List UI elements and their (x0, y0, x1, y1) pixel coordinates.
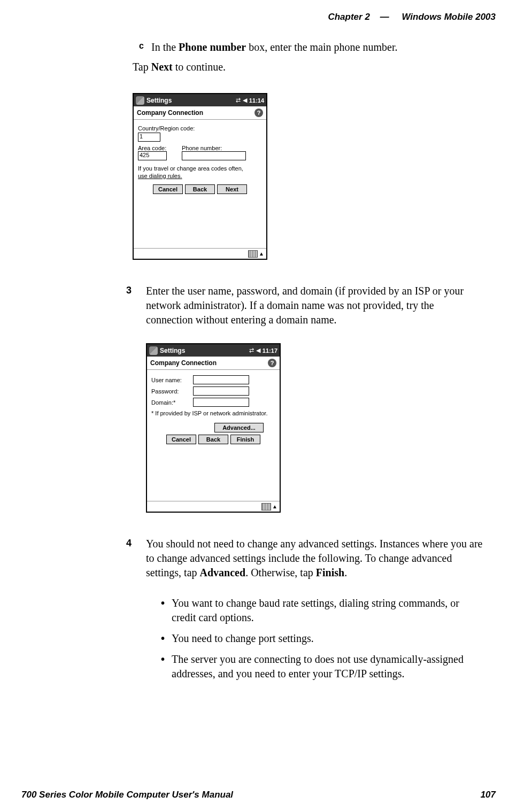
page-footer: 700 Series Color Mobile Computer User's … (21, 790, 496, 800)
back-button[interactable]: Back (185, 184, 215, 194)
step-4: 4 You should not need to change any adva… (133, 537, 483, 681)
step-4-text: You should not need to change any advanc… (146, 537, 483, 580)
ss1-bottombar: ▲ (134, 248, 266, 259)
ss1-label-country: Country/Region code: (138, 125, 262, 132)
start-icon[interactable] (136, 96, 144, 105)
connectivity-icon[interactable]: ⇄ (249, 347, 254, 354)
header-chapter-num: 2 (365, 12, 369, 22)
page-header: Chapter 2 — Windows Mobile 2003 (328, 12, 496, 22)
header-chapter: Chapter (328, 12, 362, 22)
input-panel-arrow-icon[interactable]: ▲ (259, 251, 264, 257)
start-icon[interactable] (149, 346, 158, 355)
finish-button[interactable]: Finish (230, 435, 260, 444)
header-product: Windows Mobile 2003 (402, 12, 496, 22)
tap-post: to continue. (173, 61, 226, 73)
item-c-text-before: In the (151, 41, 179, 53)
volume-icon[interactable]: ◀ (243, 97, 247, 104)
screenshot-2: Settings ⇄ ◀ 11:17 Company Connection ? … (146, 343, 281, 513)
area-code-input[interactable]: 425 (138, 151, 167, 160)
input-panel-arrow-icon[interactable]: ▲ (272, 504, 277, 509)
keyboard-icon[interactable] (248, 250, 258, 258)
list-item-c-label: c (139, 40, 144, 52)
cancel-button[interactable]: Cancel (166, 435, 196, 444)
ss1-header2: Company Connection ? (134, 106, 266, 120)
ss2-title: Settings (160, 347, 185, 354)
step-3: 3 Enter the user name, password, and dom… (133, 284, 483, 513)
tap-next-line: Tap Next to continue. (133, 60, 483, 74)
ss1-note-line1: If you travel or change area codes often… (138, 165, 243, 172)
list-item: The server you are connecting to does no… (159, 652, 483, 681)
step4-text-b: . Otherwise, tap (245, 567, 316, 578)
back-button[interactable]: Back (198, 435, 228, 444)
list-item-c: c In the Phone number box, enter the mai… (133, 40, 483, 55)
ss2-bottombar: ▲ (147, 501, 280, 512)
advanced-button[interactable]: Advanced... (214, 423, 264, 432)
cancel-button[interactable]: Cancel (153, 184, 183, 194)
step-4-num: 4 (126, 538, 132, 549)
tap-bold: Next (151, 61, 173, 73)
ss1-time: 11:14 (249, 97, 264, 104)
username-input[interactable] (193, 375, 249, 384)
tap-pre: Tap (133, 61, 151, 73)
connectivity-icon[interactable]: ⇄ (236, 97, 241, 104)
step-3-num: 3 (126, 285, 132, 296)
country-code-input[interactable]: 1 (138, 133, 160, 142)
ss1-label-area: Area code: (138, 145, 176, 151)
ss2-time: 11:17 (263, 347, 277, 354)
step-3-text: Enter the user name, password, and domai… (146, 284, 483, 327)
dialing-rules-link[interactable]: use dialing rules. (138, 173, 182, 179)
phone-number-input[interactable] (182, 151, 246, 160)
list-item: You want to change baud rate settings, d… (159, 596, 483, 625)
item-c-text-bold: Phone number (179, 41, 246, 53)
step4-bold-finish: Finish (316, 567, 344, 578)
keyboard-icon[interactable] (261, 503, 271, 511)
footer-manual: 700 Series Color Mobile Computer User's … (21, 790, 233, 800)
list-item: You need to change port settings. (159, 631, 483, 646)
footer-page: 107 (481, 790, 496, 800)
ss2-label-pass: Password: (151, 388, 193, 395)
step4-text-c: . (344, 567, 347, 578)
ss2-header2-text: Company Connection (150, 359, 217, 367)
password-input[interactable] (193, 386, 249, 396)
ss1-topbar: Settings ⇄ ◀ 11:14 (134, 94, 266, 106)
ss1-label-phone: Phone number: (182, 145, 262, 151)
ss2-topbar: Settings ⇄ ◀ 11:17 (147, 344, 280, 357)
ss2-domain-note: * If provided by ISP or network administ… (151, 410, 275, 416)
volume-icon[interactable]: ◀ (256, 347, 260, 354)
ss1-note: If you travel or change area codes often… (138, 165, 262, 180)
bullet-0: You want to change baud rate settings, d… (172, 597, 459, 623)
ss1-title: Settings (146, 97, 172, 104)
ss2-label-domain: Domain:* (151, 399, 193, 406)
help-icon[interactable]: ? (254, 109, 263, 117)
bullet-1: You need to change port settings. (172, 632, 314, 644)
ss2-label-user: User name: (151, 377, 193, 383)
bullet-2: The server you are connecting to does no… (172, 653, 464, 679)
ss2-header2: Company Connection ? (147, 357, 280, 370)
help-icon[interactable]: ? (268, 359, 276, 367)
next-button[interactable]: Next (217, 184, 247, 194)
domain-input[interactable] (193, 398, 249, 407)
item-c-text-after: box, enter the main phone number. (246, 41, 397, 53)
screenshot-1: Settings ⇄ ◀ 11:14 Company Connection ? … (133, 93, 267, 260)
ss1-header2-text: Company Connection (137, 109, 203, 117)
step4-bold-advanced: Advanced (200, 567, 246, 578)
header-dash: — (380, 12, 389, 22)
